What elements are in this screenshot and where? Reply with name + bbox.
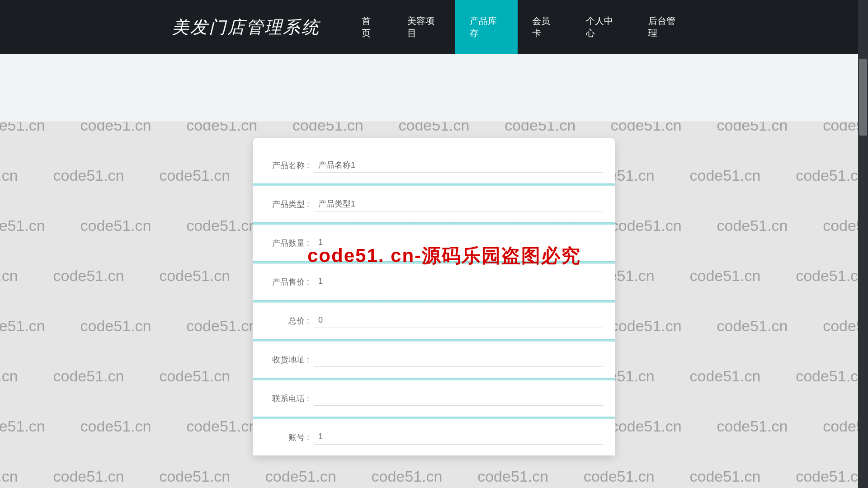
form-row-0: 产品名称 : xyxy=(253,147,615,183)
form-input-3[interactable] xyxy=(314,275,603,289)
watermark-text: code51.cn xyxy=(53,451,124,488)
nav-item-0[interactable]: 首页 xyxy=(347,0,393,54)
form-input-4[interactable] xyxy=(314,314,603,328)
brand-title: 美发门店管理系统 xyxy=(172,16,320,39)
form-row-5: 收货地址 : xyxy=(253,339,615,378)
nav-item-2[interactable]: 产品库存 xyxy=(455,0,518,54)
form-label: 产品数量 : xyxy=(264,238,314,249)
nav-item-5[interactable]: 后台管理 xyxy=(634,0,696,54)
watermark-text: code51.cn xyxy=(689,451,760,488)
watermark-text: code51.cn xyxy=(372,451,443,488)
nav-item-1[interactable]: 美容项目 xyxy=(393,0,455,54)
form-label: 收货地址 : xyxy=(264,354,314,365)
form-row-3: 产品售价 : xyxy=(253,261,615,300)
watermark-text: code51.cn xyxy=(159,451,230,488)
watermark-text: code51.cn xyxy=(584,451,655,488)
watermark-text: code51.cn xyxy=(477,451,548,488)
content-area: 产品名称 :产品类型 :产品数量 :产品售价 :总价 :收货地址 :联系电话 :… xyxy=(0,122,868,455)
nav-item-4[interactable]: 个人中心 xyxy=(571,0,634,54)
top-header: 美发门店管理系统 首页美容项目产品库存会员卡个人中心后台管理 xyxy=(0,0,868,54)
form-label: 账号 : xyxy=(264,432,314,443)
watermark-text: code51.cn xyxy=(265,451,336,488)
form-input-1[interactable] xyxy=(314,197,603,211)
watermark-text: code51.cn xyxy=(796,451,867,488)
form-row-4: 总价 : xyxy=(253,300,615,339)
form-label: 产品类型 : xyxy=(264,199,314,210)
form-input-2[interactable] xyxy=(314,236,603,250)
form-label: 总价 : xyxy=(264,315,314,326)
scrollbar-thumb[interactable] xyxy=(859,59,867,136)
watermark-text: code51.cn xyxy=(0,451,18,488)
scrollbar-track[interactable] xyxy=(858,0,868,488)
form-input-6[interactable] xyxy=(314,391,603,406)
form-card: 产品名称 :产品类型 :产品数量 :产品售价 :总价 :收货地址 :联系电话 :… xyxy=(253,138,615,455)
form-row-2: 产品数量 : xyxy=(253,222,615,261)
nav-item-3[interactable]: 会员卡 xyxy=(518,0,571,54)
form-label: 联系电话 : xyxy=(264,393,314,404)
sub-banner xyxy=(0,54,868,122)
form-label: 产品售价 : xyxy=(264,277,314,287)
form-input-7[interactable] xyxy=(314,430,603,445)
form-row-1: 产品类型 : xyxy=(253,183,615,222)
form-input-5[interactable] xyxy=(314,352,603,367)
form-label: 产品名称 : xyxy=(264,160,314,171)
form-row-7: 账号 : xyxy=(253,417,615,455)
form-row-6: 联系电话 : xyxy=(253,378,615,417)
form-input-0[interactable] xyxy=(314,158,603,173)
nav-menu: 首页美容项目产品库存会员卡个人中心后台管理 xyxy=(347,0,696,54)
